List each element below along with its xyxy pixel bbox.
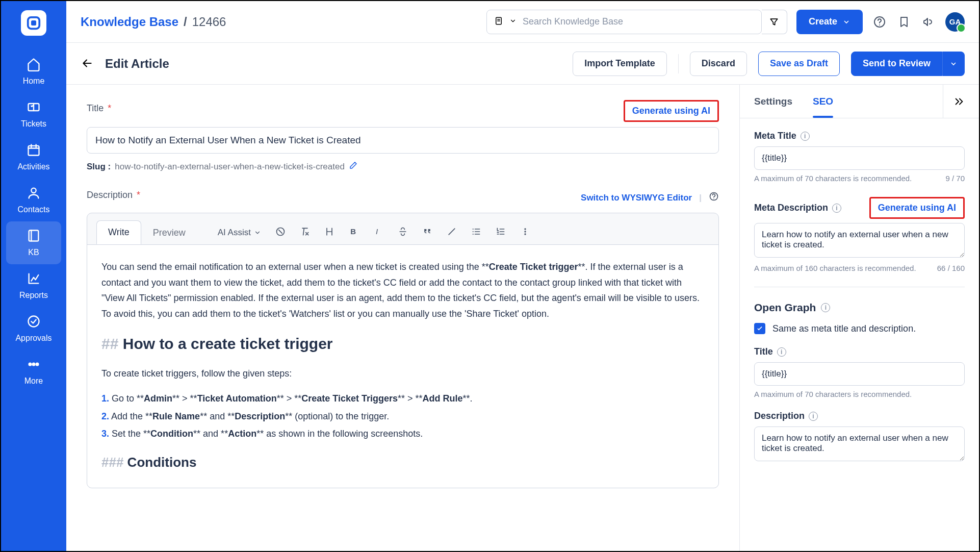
avatar[interactable]: GA (945, 12, 965, 32)
divider (678, 54, 679, 73)
svg-point-18 (524, 233, 526, 235)
expand-panel-icon[interactable] (943, 85, 965, 118)
list-ol-icon[interactable] (496, 227, 506, 239)
bold-icon[interactable]: B (349, 227, 359, 239)
more-icon (27, 357, 41, 373)
back-arrow-icon[interactable] (81, 57, 95, 71)
svg-point-6 (29, 316, 39, 327)
tab-settings[interactable]: Settings (754, 85, 792, 118)
og-same-checkbox[interactable] (754, 323, 765, 334)
title-label: Title * (87, 103, 111, 114)
chevron-down-icon[interactable] (509, 17, 517, 27)
sidebar-item-home[interactable]: Home (1, 50, 66, 93)
meta-desc-input[interactable] (754, 223, 965, 258)
desc-help-icon[interactable] (709, 191, 719, 204)
svg-point-17 (524, 231, 526, 232)
sidebar-item-label: Tickets (21, 119, 46, 129)
editor-column: Title * Generate using AI Slug : how-to-… (66, 85, 739, 551)
edit-slug-icon[interactable] (349, 161, 358, 172)
sidebar-item-label: Reports (19, 291, 48, 300)
title-input[interactable] (87, 127, 719, 154)
svg-text:B: B (350, 227, 356, 236)
list-ul-icon[interactable] (471, 227, 481, 239)
tab-preview[interactable]: Preview (141, 221, 197, 244)
sidebar-item-kb[interactable]: KB (6, 221, 61, 264)
divider-icon[interactable] (447, 227, 457, 239)
sidebar-item-tickets[interactable]: Tickets (1, 93, 66, 136)
tab-write[interactable]: Write (96, 220, 141, 244)
megaphone-icon[interactable] (921, 14, 936, 30)
og-title-label: Titlei (754, 346, 965, 357)
search-input[interactable] (523, 16, 754, 27)
info-icon[interactable]: i (809, 412, 818, 421)
meta-title-label: Meta Titlei (754, 131, 965, 141)
app-logo[interactable] (21, 10, 46, 36)
sidebar-item-contacts[interactable]: Contacts (1, 179, 66, 221)
person-icon (27, 186, 41, 202)
meta-title-count: 9 / 70 (945, 174, 965, 183)
calendar-icon (27, 143, 41, 159)
og-same-label: Same as meta title and description. (772, 323, 916, 334)
top-header: Knowledge Base / 12466 Create GA (66, 1, 979, 43)
more-toolbar-icon[interactable] (520, 227, 530, 239)
clear-format-icon[interactable] (300, 227, 310, 239)
switch-editor-link[interactable]: Switch to WYSIWYG Editor (581, 193, 692, 203)
send-review-button[interactable]: Send to Review (851, 52, 942, 76)
info-icon[interactable]: i (832, 204, 841, 213)
left-sidebar: Home Tickets Activities Contacts KB Repo… (1, 1, 66, 551)
heading-icon[interactable] (324, 227, 334, 239)
meta-title-input[interactable] (754, 146, 965, 170)
sidebar-item-label: More (24, 377, 43, 386)
sidebar-item-label: Contacts (17, 205, 49, 214)
sidebar-item-label: Approvals (15, 334, 51, 343)
sidebar-item-approvals[interactable]: Approvals (1, 307, 66, 350)
sidebar-item-reports[interactable]: Reports (1, 264, 66, 307)
sidebar-item-label: KB (28, 248, 39, 257)
description-label: Description * (87, 190, 140, 200)
filter-button[interactable] (762, 10, 787, 34)
sidebar-item-more[interactable]: More (1, 350, 66, 393)
info-icon[interactable]: i (777, 347, 786, 357)
info-icon[interactable]: i (801, 132, 810, 141)
save-draft-button[interactable]: Save as Draft (758, 52, 840, 76)
generate-ai-title-button[interactable]: Generate using AI (624, 100, 719, 122)
svg-point-8 (33, 363, 35, 366)
svg-rect-5 (29, 231, 39, 241)
og-title-hint: A maximum of 70 characters is recommende… (754, 390, 912, 398)
bookmark-icon[interactable] (896, 14, 912, 30)
og-title-input[interactable] (754, 362, 965, 386)
create-button[interactable]: Create (796, 10, 863, 34)
undo-icon[interactable] (275, 227, 286, 239)
quote-icon[interactable] (422, 227, 432, 239)
meta-title-hint: A maximum of 70 characters is recommende… (754, 174, 912, 183)
svg-point-7 (29, 363, 32, 366)
svg-rect-3 (29, 146, 39, 156)
home-icon (27, 57, 41, 73)
discard-button[interactable]: Discard (690, 52, 747, 76)
editor-content[interactable]: You can send the email notification to a… (87, 244, 718, 488)
generate-ai-desc-button[interactable]: Generate using AI (869, 197, 965, 219)
info-icon[interactable]: i (821, 303, 830, 312)
italic-icon[interactable]: I (373, 227, 383, 239)
breadcrumb-root[interactable]: Knowledge Base (81, 15, 178, 29)
sidebar-item-activities[interactable]: Activities (1, 136, 66, 179)
slug-value: how-to-notify-an-external-user-when-a-ne… (115, 162, 345, 172)
ticket-icon (27, 100, 41, 116)
open-graph-heading: Open Graphi (754, 302, 965, 314)
svg-point-4 (31, 188, 36, 193)
document-icon (494, 16, 503, 28)
sidebar-item-label: Activities (17, 162, 49, 171)
sidebar-item-label: Home (23, 77, 45, 86)
og-desc-input[interactable] (754, 426, 965, 461)
strikethrough-icon[interactable] (398, 227, 408, 239)
send-review-dropdown[interactable] (942, 52, 965, 76)
tab-seo[interactable]: SEO (813, 85, 833, 118)
search-box[interactable] (486, 10, 762, 34)
import-template-button[interactable]: Import Template (573, 52, 667, 76)
meta-desc-count: 66 / 160 (937, 264, 965, 272)
ai-assist-button[interactable]: AI Assist (218, 228, 261, 238)
help-icon[interactable] (872, 14, 887, 30)
meta-desc-label: Meta Descriptioni (754, 203, 841, 213)
avatar-initials: GA (949, 17, 961, 26)
svg-point-9 (36, 363, 39, 366)
